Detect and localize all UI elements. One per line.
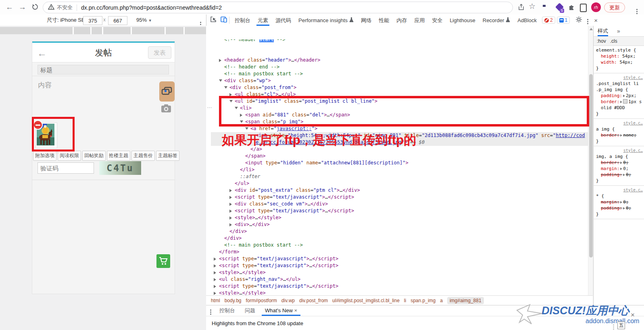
tab-styles[interactable]: 样式 [598, 26, 608, 36]
drawer-tab-问题[interactable]: 问题 [240, 305, 260, 316]
devtools-tab-安全[interactable]: 安全 [428, 15, 446, 26]
url-text[interactable]: dx.pn.cc/forum.php?mod=post&action=newth… [81, 4, 222, 11]
color-swatch[interactable] [623, 99, 627, 104]
tree-line[interactable]: </span> [211, 153, 588, 160]
breadcrumb-item[interactable]: body.bg [225, 298, 242, 303]
stylesheet-link[interactable]: style.c… [596, 120, 643, 126]
viewport-width-input[interactable] [83, 16, 102, 25]
more-tabs-icon[interactable]: » [617, 28, 620, 34]
tree-line[interactable]: <style>…</style> [211, 290, 588, 295]
css-property[interactable]: padding:0; [596, 205, 643, 211]
css-property[interactable]: margin:0; [596, 199, 643, 205]
tree-line[interactable]: <input type="hidden" name="attachnew[881… [211, 160, 588, 166]
option-button[interactable]: 抢楼主题 [107, 151, 130, 161]
device-toolbar-menu-icon[interactable] [200, 20, 201, 26]
expand-arrow-icon[interactable] [229, 203, 232, 206]
expand-property-icon[interactable] [623, 174, 625, 176]
tree-line[interactable]: </div> [211, 235, 588, 242]
devtools-tab-元素[interactable]: 元素 [254, 15, 272, 26]
expand-property-icon[interactable] [620, 134, 622, 137]
breadcrumb-item[interactable]: img#aimg_881 [447, 297, 484, 304]
expand-arrow-icon[interactable] [214, 257, 216, 261]
expand-arrow-icon[interactable] [229, 196, 232, 199]
tree-line[interactable]: <div id="post_extra" class="ptm cl">…</d… [211, 187, 588, 194]
captcha-image[interactable]: C4Tu [99, 161, 141, 175]
devtools-tab-Lighthouse[interactable]: Lighthouse [446, 15, 479, 26]
expand-arrow-icon[interactable] [214, 292, 216, 295]
breadcrumb-item[interactable]: li [404, 298, 406, 303]
stylesheet-link[interactable]: style.c… [596, 187, 643, 193]
update-button[interactable]: 更新 [604, 2, 625, 12]
tree-line[interactable]: <!-- header end --> [211, 64, 588, 71]
expand-arrow-icon[interactable] [214, 285, 216, 288]
tree-line[interactable]: <ul class="right_nav">…</ul> [211, 276, 588, 283]
style-rule[interactable]: style.c…img, a img {border:0;margin:0;pa… [594, 146, 644, 186]
tree-line[interactable]: <header class="header">…</header> [211, 57, 588, 64]
css-property[interactable]: padding:2px; [596, 93, 643, 99]
ime-indicator[interactable]: 五 [617, 322, 625, 329]
tree-line[interactable]: <script type="text/javascript">…</script… [211, 283, 588, 290]
devtools-tab-Recorder[interactable]: Recorder [479, 15, 514, 26]
css-property[interactable]: width: 54px; [596, 59, 643, 65]
expand-arrow-icon[interactable] [214, 271, 216, 274]
option-button[interactable]: 主题售价 [131, 151, 155, 161]
drawer-tab-控制台[interactable]: 控制台 [215, 305, 240, 316]
tree-line[interactable]: <div class="wp"> [211, 77, 588, 84]
expand-property-icon[interactable] [620, 101, 622, 103]
breadcrumb-item[interactable]: form#postform [246, 298, 277, 303]
expand-arrow-icon[interactable] [214, 264, 216, 268]
expand-arrow-icon[interactable] [229, 210, 232, 213]
tree-line[interactable]: <div class="sec_code vm">…</div> [211, 201, 588, 208]
reload-icon[interactable] [31, 3, 39, 12]
tree-line[interactable]: </ul> [211, 180, 588, 187]
collapse-arrow-icon[interactable] [224, 86, 227, 89]
devtools-tab-网络[interactable]: 网络 [357, 15, 375, 26]
close-tab-icon[interactable]: × [293, 307, 297, 313]
option-button[interactable]: 主题标签 [156, 151, 179, 161]
css-property[interactable]: margin:0; [596, 166, 643, 172]
option-button[interactable]: 阅读权限 [58, 151, 81, 161]
devtools-tab-应用[interactable]: 应用 [411, 15, 428, 26]
tree-line[interactable]: ::after [211, 173, 588, 180]
breadcrumb-item[interactable]: div.post_from [299, 298, 328, 303]
option-button[interactable]: 回帖奖励 [82, 151, 106, 161]
address-bar[interactable]: 不安全 dx.pn.cc/forum.php?mod=post&action=n… [43, 2, 513, 13]
style-rule[interactable]: element.style {height: 54px;width: 54px;… [594, 46, 644, 73]
expand-property-icon[interactable] [623, 95, 625, 97]
breadcrumb-item[interactable]: div.wp [281, 298, 295, 303]
back-icon[interactable]: ← [6, 0, 13, 15]
style-rule[interactable]: style.c…a img {border:none;} [594, 119, 644, 146]
device-toggle-icon[interactable] [220, 16, 227, 25]
devtools-settings-icon[interactable] [575, 16, 582, 25]
expand-property-icon[interactable] [620, 162, 622, 164]
devtools-tab-源代码[interactable]: 源代码 [272, 15, 295, 26]
tree-line[interactable]: <script type="text/javascript">…</script… [211, 194, 588, 201]
forward-icon[interactable]: → [19, 0, 26, 15]
error-badge[interactable]: 2 [542, 17, 555, 24]
devtools-tab-AdBlock[interactable]: AdBlock [514, 15, 540, 26]
expand-arrow-icon[interactable] [219, 59, 221, 62]
avatar[interactable]: rh [591, 2, 601, 12]
toggle-classes[interactable]: .cls [610, 38, 617, 44]
scroll-up-icon[interactable] [590, 28, 593, 30]
tree-line[interactable]: <style>…</style> [211, 269, 588, 276]
tree-line[interactable]: <script type="text/javascript">…</script… [211, 255, 588, 262]
stylesheet-link[interactable]: style.c… [596, 75, 643, 81]
inspect-icon[interactable] [210, 16, 217, 25]
collapse-arrow-icon[interactable] [245, 127, 248, 130]
watermark-close-icon[interactable]: × [631, 311, 635, 319]
zoom-select[interactable]: 95% ▼ [136, 15, 152, 26]
ime-handle-icon[interactable] [613, 322, 614, 329]
captcha-input[interactable] [38, 162, 94, 174]
content-placeholder[interactable]: 内容 [38, 81, 52, 90]
tree-line[interactable]: <!-- header start --> [211, 39, 588, 43]
breadcrumb-item[interactable]: a [440, 298, 443, 303]
collapse-arrow-icon[interactable] [219, 79, 222, 82]
devtools-tab-Performance insights[interactable]: Performance insights [295, 15, 357, 26]
issues-badge[interactable]: 1 [557, 17, 570, 24]
stylesheet-link[interactable]: style.c… [596, 147, 643, 154]
publish-button[interactable]: 发表 [148, 46, 171, 59]
node-menu-dots-icon[interactable]: … [207, 103, 213, 109]
style-rule[interactable]: style.c….post_imglist li .p_img img {pad… [594, 73, 644, 119]
sidepanel-icon[interactable] [580, 4, 587, 14]
